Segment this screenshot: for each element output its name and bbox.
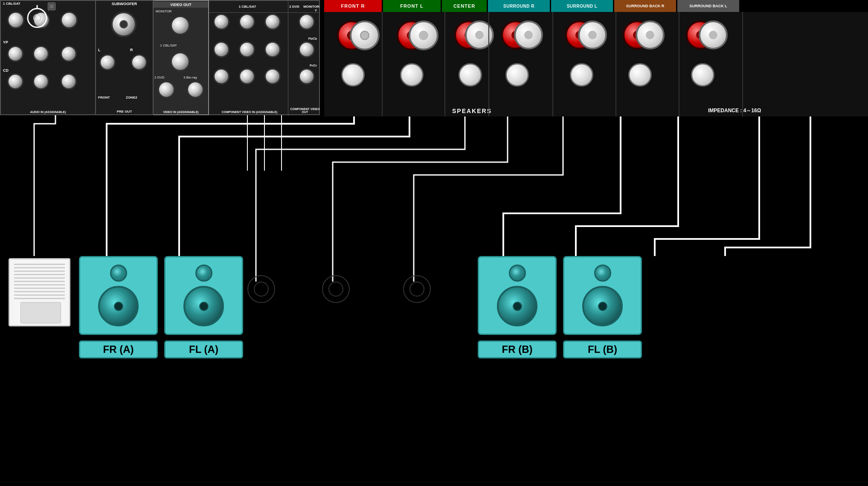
video-dvd-connector — [158, 81, 175, 98]
terminal-surround-l: SURROUND L — [551, 0, 613, 12]
sub-connector-r — [131, 54, 147, 70]
terminal-front-r: FRONT R — [324, 0, 382, 12]
comp-monitor-pr — [299, 68, 315, 84]
connector-yp-1 — [7, 46, 23, 62]
video-out-label: VIDEO OUT — [154, 2, 208, 8]
surround-r-white — [514, 20, 543, 49]
yp-label: YP — [3, 40, 8, 44]
sub-connector-l — [99, 54, 116, 70]
comp-in-1c — [264, 14, 281, 30]
speaker-fl-a — [164, 256, 243, 335]
surround-back-r-small — [628, 63, 652, 87]
terminal-surround-r: SURROUND R — [488, 0, 550, 12]
subwoofer-section: SUBWOOFER L R FRONT ZONE2 PRE OUT — [96, 0, 154, 115]
video-out-section: VIDEO OUT MONITOR 1 CBL/SAT 2 DVD 3 Blu-… — [154, 0, 209, 115]
monitor-label: MONITOR — [303, 5, 319, 9]
speaker-fl-a-label: FL (A) — [164, 340, 243, 358]
comp-in-2b — [239, 41, 255, 58]
audio-in-label: AUDIO IN (ASSIGNABLE) — [1, 111, 95, 113]
subwoofer-label: SUBWOOFER — [96, 2, 153, 6]
comp-monitor-y — [299, 14, 315, 30]
component-video-out-label: COMPONENT VIDEO OUT — [290, 108, 320, 113]
surround-back-l-small — [691, 63, 714, 87]
cbl-sat-label: 1 CBL/SAT — [3, 2, 20, 6]
front-l-small — [400, 63, 424, 87]
component-video-in-label: COMPONENT VIDEO IN (ASSIGNABLE) — [209, 111, 290, 113]
center-white — [465, 20, 494, 49]
y-label: Y — [315, 9, 317, 12]
comp-monitor-pb — [299, 41, 315, 58]
dvd-label2: 2 DVD — [289, 5, 299, 9]
front-r-small — [341, 63, 365, 87]
zone2-label: ZONE2 — [126, 96, 137, 99]
speaker-surround-l-ghost — [403, 275, 431, 303]
speaker-center-ghost — [247, 275, 275, 303]
connector-yp-3 — [61, 46, 77, 62]
speaker-fr-b — [478, 256, 557, 335]
component-section: 1 CBL/SAT 2 DVD MONITOR Y Pb/Cb Pr/Cr — [209, 0, 320, 115]
impedance-label: IMPEDANCE : 4～16Ω — [708, 107, 761, 114]
video-monitor-connector — [171, 16, 190, 35]
terminal-front-l: FRONT L — [383, 0, 441, 12]
comp-in-1b — [239, 14, 255, 30]
pb-label: Pb/Cb — [308, 37, 317, 40]
video-bluray-connector — [187, 81, 204, 98]
speaker-fr-a-label: FR (A) — [79, 340, 158, 358]
comp-in-2c — [264, 41, 281, 58]
connector-yp-2 — [33, 46, 49, 62]
input-connector-1 — [7, 12, 24, 29]
connector-cd-2 — [33, 73, 49, 90]
speaker-fr-a — [79, 256, 158, 335]
audio-inputs-panel: 1 CBL/SAT YP CD AU — [0, 0, 96, 115]
connector-cd-3 — [61, 73, 77, 90]
speaker-terminals-bg: SPEAKERS IMPEDANCE : 4～16Ω — [324, 12, 868, 116]
speaker-surround-r-ghost — [322, 275, 350, 303]
surround-back-l-white — [699, 20, 728, 49]
terminal-surround-back-r: SURROUND BACK R — [614, 0, 676, 12]
subwoofer-connector — [111, 12, 136, 37]
cd-label: CD — [3, 68, 9, 73]
main-diagram: 1 CBL/SAT YP CD AU — [0, 0, 868, 486]
speaker-fl-b-label: FL (B) — [563, 340, 642, 358]
cbl-sat-label2: 1 CBL/SAT — [239, 5, 256, 9]
terminal-surround-back-l: SURROUND BACK L — [677, 0, 739, 12]
comp-in-3b — [239, 68, 255, 84]
front-l-white — [409, 20, 438, 50]
video-in-label: VIDEO IN (ASSIGNABLE) — [154, 111, 208, 113]
video-cbl-connector — [171, 52, 190, 71]
speaker-fl-b — [563, 256, 642, 335]
connector-cd-1 — [7, 73, 23, 90]
surround-r-small — [505, 63, 529, 87]
svg-point-2 — [34, 15, 41, 21]
front-r-white — [350, 20, 380, 50]
surround-back-r-white — [636, 20, 665, 49]
input-connector-3 — [61, 12, 78, 29]
center-small — [459, 63, 482, 87]
terminal-center: CENTER — [442, 0, 487, 12]
surround-l-white — [578, 20, 607, 49]
comp-in-1a — [213, 14, 229, 30]
svg-point-0 — [28, 9, 46, 27]
speakers-label: SPEAKERS — [452, 108, 492, 114]
surround-l-small — [570, 63, 593, 87]
pr-label: Pr/Cr — [310, 64, 317, 67]
subwoofer-device — [9, 258, 70, 326]
pre-out-label: PRE OUT — [96, 110, 153, 113]
comp-in-2a — [213, 41, 229, 58]
front-preout-label: FRONT — [98, 96, 110, 99]
comp-in-3c — [264, 68, 281, 84]
speaker-fr-b-label: FR (B) — [478, 340, 557, 358]
comp-in-3a — [213, 68, 229, 84]
